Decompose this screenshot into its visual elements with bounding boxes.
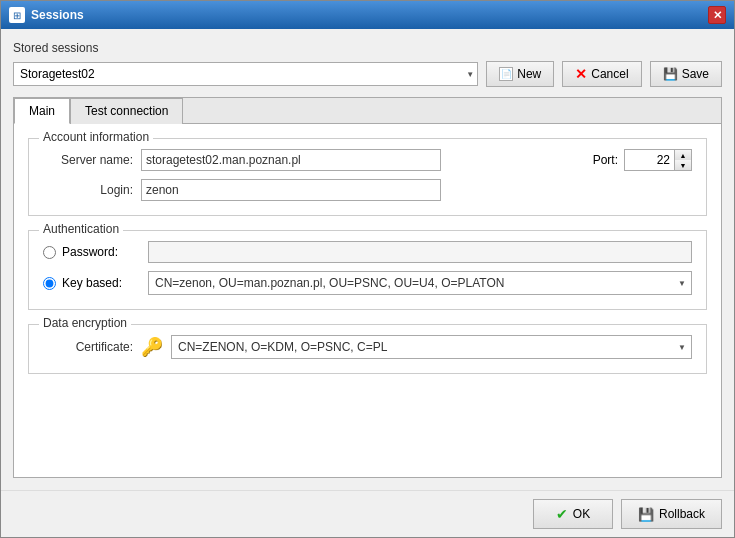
cert-label: Certificate: <box>43 340 133 354</box>
keybased-radio[interactable] <box>43 277 56 290</box>
port-spinners: ▲ ▼ <box>674 149 692 171</box>
tab-test-connection[interactable]: Test connection <box>70 98 183 124</box>
login-label: Login: <box>43 183 133 197</box>
stored-sessions-row: Storagetest02 📄 New ✕ Cancel 💾 Save <box>13 61 722 87</box>
main-content: Stored sessions Storagetest02 📄 New ✕ Ca… <box>1 29 734 490</box>
keybased-dropdown-wrapper[interactable]: CN=zenon, OU=man.poznan.pl, OU=PSNC, OU=… <box>148 271 692 295</box>
keybased-dropdown[interactable]: CN=zenon, OU=man.poznan.pl, OU=PSNC, OU=… <box>148 271 692 295</box>
cert-dropdown-wrapper[interactable]: CN=ZENON, O=KDM, O=PSNC, C=PL <box>171 335 692 359</box>
save-button[interactable]: 💾 Save <box>650 61 722 87</box>
session-dropdown-wrapper[interactable]: Storagetest02 <box>13 62 478 86</box>
login-input[interactable] <box>141 179 441 201</box>
password-radio[interactable] <box>43 246 56 259</box>
save-icon: 💾 <box>663 67 678 81</box>
cert-icon: 🔑 <box>141 336 163 358</box>
cert-row: Certificate: 🔑 CN=ZENON, O=KDM, O=PSNC, … <box>43 335 692 359</box>
sessions-window: ⊞ Sessions ✕ Stored sessions Storagetest… <box>0 0 735 538</box>
server-input[interactable] <box>141 149 441 171</box>
ok-button[interactable]: ✔ OK <box>533 499 613 529</box>
auth-title: Authentication <box>39 222 123 236</box>
rollback-button[interactable]: 💾 Rollback <box>621 499 722 529</box>
window-icon: ⊞ <box>9 7 25 23</box>
title-bar: ⊞ Sessions ✕ <box>1 1 734 29</box>
ok-icon: ✔ <box>556 506 568 522</box>
cert-dropdown[interactable]: CN=ZENON, O=KDM, O=PSNC, C=PL <box>171 335 692 359</box>
rollback-label: Rollback <box>659 507 705 521</box>
port-input-wrapper: ▲ ▼ <box>624 149 692 171</box>
tab-bar: Main Test connection <box>14 98 721 124</box>
cancel-button[interactable]: ✕ Cancel <box>562 61 641 87</box>
port-label: Port: <box>593 153 618 167</box>
account-info-title: Account information <box>39 130 153 144</box>
ok-label: OK <box>573 507 590 521</box>
close-button[interactable]: ✕ <box>708 6 726 24</box>
login-row: Login: <box>43 179 692 201</box>
port-section: Port: ▲ ▼ <box>593 149 692 171</box>
new-button[interactable]: 📄 New <box>486 61 554 87</box>
tab-main[interactable]: Main <box>14 98 70 124</box>
server-label: Server name: <box>43 153 133 167</box>
bottom-bar: ✔ OK 💾 Rollback <box>1 490 734 537</box>
port-up-button[interactable]: ▲ <box>675 150 691 160</box>
account-info-section: Account information Server name: Port: ▲… <box>28 138 707 216</box>
title-bar-left: ⊞ Sessions <box>9 7 84 23</box>
data-encryption-section: Data encryption Certificate: 🔑 CN=ZENON,… <box>28 324 707 374</box>
stored-sessions-label: Stored sessions <box>13 41 722 55</box>
password-row: Password: <box>43 241 692 263</box>
encryption-title: Data encryption <box>39 316 131 330</box>
port-input[interactable] <box>624 149 674 171</box>
port-down-button[interactable]: ▼ <box>675 160 691 170</box>
tab-main-content: Account information Server name: Port: ▲… <box>14 124 721 477</box>
authentication-section: Authentication Password: Key based: CN=z… <box>28 230 707 310</box>
new-icon: 📄 <box>499 67 513 81</box>
server-row: Server name: Port: ▲ ▼ <box>43 149 692 171</box>
window-title: Sessions <box>31 8 84 22</box>
password-input[interactable] <box>148 241 692 263</box>
keybased-row: Key based: CN=zenon, OU=man.poznan.pl, O… <box>43 271 692 295</box>
session-dropdown[interactable]: Storagetest02 <box>13 62 478 86</box>
keybased-label: Key based: <box>62 276 142 290</box>
tabs-container: Main Test connection Account information… <box>13 97 722 478</box>
cancel-icon: ✕ <box>575 66 587 82</box>
stored-sessions-section: Stored sessions Storagetest02 📄 New ✕ Ca… <box>13 41 722 87</box>
password-label: Password: <box>62 245 142 259</box>
rollback-icon: 💾 <box>638 507 654 522</box>
